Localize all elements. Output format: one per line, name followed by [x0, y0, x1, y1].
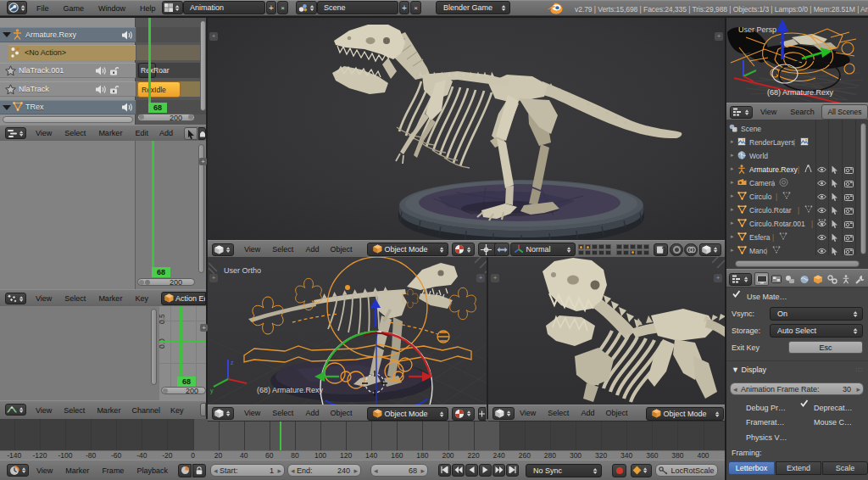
svg-text:y: y	[210, 388, 214, 394]
svg-text:z: z	[231, 360, 234, 366]
